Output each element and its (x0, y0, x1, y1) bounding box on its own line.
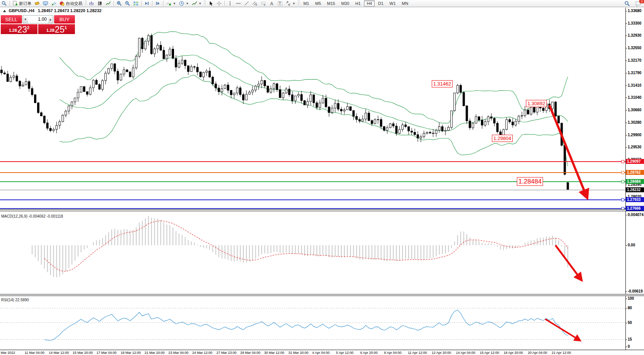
time-label: 4 Apr 04:00 (312, 351, 330, 355)
chart-title: GBPUSD-,H4 1.28457 1.28473 1.28220 1.282… (3, 8, 101, 13)
notifications-chat-icon[interactable]: 1 (634, 0, 642, 6)
autotrade-icon (59, 1, 65, 6)
macd-header: MACD(12,26,9) -0.004062 -0.001118 (1, 214, 63, 218)
sell-quote[interactable]: 1.28 23 2 (1, 24, 37, 34)
timeframe-MN[interactable]: MN (399, 0, 411, 6)
periods-button[interactable]: ▼ (177, 0, 190, 6)
bar-chart-icon[interactable] (87, 0, 96, 6)
price-tick: 1.31790 (628, 71, 641, 75)
buy-quote[interactable]: 1.28 25 1 (38, 24, 75, 34)
time-label: 12 Apr 20:00 (432, 351, 451, 355)
price-badge: 1.27933 (626, 197, 644, 202)
fibonacci-tool[interactable] (259, 0, 268, 6)
sell-button[interactable]: SELL (1, 15, 22, 23)
price-callout[interactable]: 1.31462 (432, 80, 453, 87)
volume-up-button[interactable]: ▲ (48, 16, 53, 23)
indicators-button[interactable]: ▼ (165, 0, 177, 6)
time-label: 8 Apr 04:00 (384, 351, 401, 355)
bollinger-lower (60, 75, 568, 167)
macd-signal-line (44, 221, 568, 271)
rsi-tick: 100 (628, 296, 634, 301)
price-tick: 1.32170 (628, 58, 641, 62)
volume-down-button[interactable]: ▼ (23, 16, 28, 23)
market-watch-icon[interactable] (41, 0, 50, 6)
equidistant-channel-tool[interactable] (251, 0, 259, 6)
horizontal-line-1.28762[interactable] (0, 172, 625, 173)
templates-button[interactable]: ▼ (190, 0, 203, 6)
timeframe-H4[interactable]: H4 (364, 0, 375, 6)
signals-icon[interactable] (50, 0, 58, 6)
volume-stepper: ▼ ▲ (23, 15, 53, 23)
time-label: 18 Mar 12:00 (121, 351, 141, 355)
time-label: 31 Mar 20:00 (288, 351, 308, 355)
timeframe-W1[interactable]: W1 (387, 0, 398, 6)
zoom-in-icon[interactable] (115, 0, 123, 6)
indicators-icon (166, 1, 171, 6)
timeframe-M1[interactable]: M1 (301, 0, 312, 6)
toolbar-search-icon[interactable] (623, 0, 632, 6)
vertical-line-tool[interactable] (226, 0, 234, 6)
buy-price-sup: 1 (64, 25, 67, 30)
line-anchor[interactable] (621, 171, 624, 174)
time-label: 15 Apr 12:00 (480, 351, 499, 355)
timeframe-M5[interactable]: M5 (313, 0, 324, 6)
trendline-tool[interactable] (243, 0, 251, 6)
crosshair-tool[interactable] (215, 0, 223, 6)
line-anchor[interactable] (621, 180, 624, 183)
horizontal-line-1.28232[interactable] (0, 190, 625, 190)
arrows-tool[interactable]: ▼ (284, 0, 297, 6)
timeframe-H1[interactable]: H1 (353, 0, 363, 6)
buy-button[interactable]: BUY (54, 15, 75, 23)
candlestick-chart-icon[interactable] (96, 0, 104, 6)
line-anchor[interactable] (621, 198, 624, 201)
cursor-tool[interactable] (207, 0, 215, 6)
bollinger-upper (60, 31, 568, 123)
new-order-button[interactable]: 新订单 (11, 0, 33, 6)
price-badge: 1.28232 (626, 187, 644, 192)
price-callout[interactable]: 1.29804 (492, 135, 513, 142)
macd-tick: 0.00 (628, 243, 635, 247)
rsi-pane[interactable] (0, 296, 625, 350)
line-anchor[interactable] (621, 160, 624, 163)
macd-pane[interactable] (0, 211, 625, 294)
price-tick: 1.33300 (628, 21, 641, 25)
templates-icon (192, 1, 197, 6)
horizontal-line-1.29097[interactable] (0, 161, 625, 162)
time-label: 11 Apr 12:00 (408, 351, 427, 355)
buy-price-small: 1.28 (46, 28, 54, 33)
pane-separator[interactable] (0, 209, 644, 211)
horizontal-line-1.27666[interactable] (0, 208, 625, 209)
tile-windows-icon[interactable] (132, 0, 140, 6)
one-click-trading-panel: SELL ▼ ▲ BUY 1.28 23 2 1.28 25 1 (1, 15, 75, 34)
symbol-name: GBPUSD-,H4 (9, 8, 34, 13)
timeframe-M30[interactable]: M30 (339, 0, 352, 6)
time-label: 14 Mar 12:00 (49, 351, 69, 355)
time-label: 21 Mar 20:00 (145, 351, 165, 355)
volume-input[interactable] (28, 16, 48, 23)
profiles-icon[interactable] (33, 0, 41, 6)
price-tick: 1.32930 (628, 33, 641, 37)
time-label: 27 Mar 23:00 (216, 351, 236, 355)
zoom-out-icon[interactable] (123, 0, 132, 6)
timeframe-M15[interactable]: M15 (324, 0, 338, 6)
text-label-tool[interactable] (276, 0, 284, 6)
rsi-tick: 15 (628, 337, 632, 341)
autotrade-button[interactable]: 自动交易 (58, 0, 84, 6)
time-label: 11 Mar 04:00 (25, 351, 44, 355)
notification-badge: 1 (639, 0, 644, 3)
sell-price-small: 1.28 (9, 28, 17, 33)
price-callout[interactable]: 1.28484 (517, 177, 543, 186)
line-chart-icon[interactable] (104, 0, 112, 6)
price-callout[interactable]: 1.30892 (526, 100, 547, 107)
search-icon[interactable] (0, 0, 8, 6)
text-tool[interactable] (268, 0, 276, 6)
timeframe-D1[interactable]: D1 (375, 0, 386, 6)
horizontal-line-1.27933[interactable] (0, 199, 625, 200)
auto-scroll-icon[interactable] (143, 0, 151, 6)
price-tick: 1.33680 (628, 9, 641, 13)
pane-separator[interactable] (0, 294, 644, 296)
chart-shift-icon[interactable] (154, 0, 162, 6)
price-tick: 1.31410 (628, 83, 641, 87)
time-label: 30 Mar 12:00 (264, 351, 284, 355)
horizontal-line-tool[interactable] (234, 0, 243, 6)
